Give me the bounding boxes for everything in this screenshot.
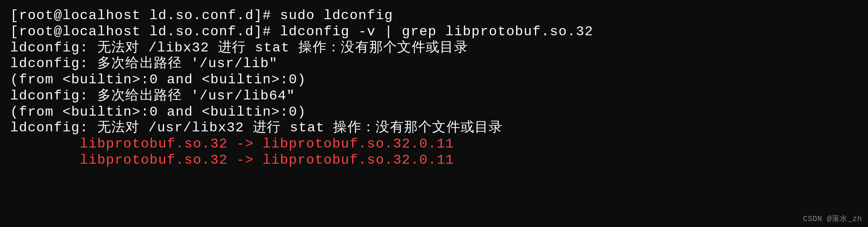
terminal-window: [root@localhost ld.so.conf.d]# sudo ldco…	[0, 0, 868, 227]
terminal-line-4: ldconfig: 多次给出路径 '/usr/lib"	[10, 56, 858, 72]
terminal-line-10: libprotobuf.so.32 -> libprotobuf.so.32.0…	[10, 152, 858, 168]
watermark: CSDN @落水_zh	[803, 215, 862, 224]
terminal-line-3: ldconfig: 无法对 /libx32 进行 stat 操作：没有那个文件或…	[10, 40, 858, 56]
terminal-line-1: [root@localhost ld.so.conf.d]# sudo ldco…	[10, 8, 858, 24]
terminal-line-8: ldconfig: 无法对 /usr/libx32 进行 stat 操作：没有那…	[10, 120, 858, 136]
terminal-line-9: libprotobuf.so.32 -> libprotobuf.so.32.0…	[10, 136, 858, 152]
terminal-line-6: ldconfig: 多次给出路径 '/usr/lib64"	[10, 88, 858, 104]
terminal-line-5: (from <builtin>:0 and <builtin>:0)	[10, 72, 858, 88]
terminal-line-2: [root@localhost ld.so.conf.d]# ldconfig …	[10, 24, 858, 40]
terminal-line-7: (from <builtin>:0 and <builtin>:0)	[10, 104, 858, 120]
